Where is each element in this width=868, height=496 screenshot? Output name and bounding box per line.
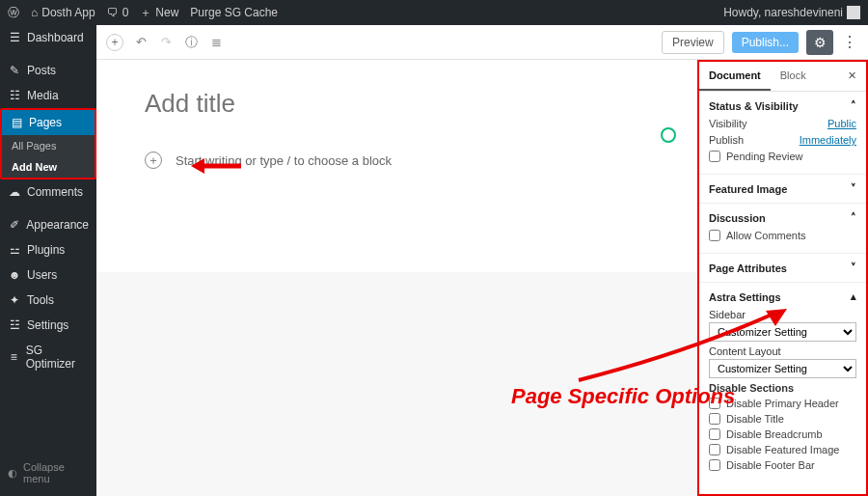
sidebar-item-comments[interactable]: ☁ Comments	[0, 179, 96, 205]
sidebar-item-label: Tools	[27, 293, 54, 307]
visibility-value[interactable]: Public	[827, 118, 856, 129]
comments-bubble[interactable]: 🗨 0	[107, 6, 129, 19]
sidebar-item-tools[interactable]: ✦ Tools	[0, 288, 96, 313]
new-label: New	[155, 6, 178, 19]
panel-status[interactable]: Status & Visibility ˄	[709, 99, 856, 112]
publish-button[interactable]: Publish...	[732, 32, 799, 53]
brush-icon: ✐	[8, 218, 20, 232]
tab-document[interactable]: Document	[699, 62, 771, 91]
howdy-user[interactable]: Howdy, nareshdevineni	[723, 6, 860, 19]
page-title-input[interactable]	[145, 89, 649, 119]
collapse-icon: ◐	[8, 467, 17, 480]
submenu-all-pages[interactable]: All Pages	[2, 135, 95, 156]
astra-sidebar-label: Sidebar	[709, 309, 856, 320]
submenu-add-new[interactable]: Add New	[2, 156, 95, 178]
collapse-menu[interactable]: ◐ Collapse menu	[0, 455, 96, 490]
comment-icon: 🗨	[107, 6, 119, 19]
visibility-label: Visibility	[709, 118, 747, 129]
tab-block[interactable]: Block	[771, 62, 816, 91]
disable-footer-bar[interactable]: Disable Footer Bar	[709, 459, 856, 471]
sidebar-item-label: Plugins	[27, 243, 65, 257]
plus-icon: ＋	[140, 5, 151, 21]
annotation-text: Page Specific Options	[511, 384, 735, 409]
sidebar-item-label: Users	[27, 268, 57, 282]
undo-button[interactable]: ↶	[133, 35, 149, 50]
sidebar-item-label: Media	[27, 89, 59, 102]
panel-title: Featured Image	[709, 183, 787, 195]
sidebar-item-users[interactable]: ☻ Users	[0, 262, 96, 288]
caret-up-icon: ▴	[851, 290, 856, 303]
sidebar-item-media[interactable]: ☷ Media	[0, 83, 96, 108]
info-button[interactable]: ⓘ	[183, 35, 199, 50]
insert-block-button[interactable]: ＋	[145, 152, 162, 169]
site-name[interactable]: ⌂ Dosth App	[31, 6, 95, 19]
sidebar-item-sg-optimizer[interactable]: ≡ SG Optimizer	[0, 338, 96, 376]
wrench-icon: ✦	[8, 293, 21, 307]
sidebar-item-plugins[interactable]: ⚍ Plugins	[0, 237, 96, 262]
more-menu[interactable]: ⋮	[841, 33, 858, 51]
sidebar-item-appearance[interactable]: ✐ Appearance	[0, 212, 96, 237]
panel-title: Discussion	[709, 212, 766, 224]
chevron-up-icon: ˄	[851, 99, 856, 112]
panel-page-attributes[interactable]: Page Attributes ˅	[709, 262, 856, 274]
panel-title: Astra Settings	[709, 291, 781, 303]
disable-breadcrumb[interactable]: Disable Breadcrumb	[709, 428, 856, 440]
panel-featured-image[interactable]: Featured Image ˅	[709, 182, 856, 195]
settings-toggle[interactable]: ⚙	[806, 30, 833, 55]
allow-comments-checkbox[interactable]: Allow Comments	[709, 230, 856, 241]
body-placeholder[interactable]: Start writing or type / to choose a bloc…	[176, 153, 392, 168]
astra-layout-select[interactable]: Customizer Setting	[709, 359, 856, 378]
panel-title: Status & Visibility	[709, 100, 799, 112]
astra-sidebar-select[interactable]: Customizer Setting	[709, 322, 856, 342]
new-content[interactable]: ＋ New	[140, 5, 178, 21]
pending-review-checkbox[interactable]: Pending Review	[709, 151, 856, 162]
sidebar-item-posts[interactable]: ✎ Posts	[0, 58, 96, 83]
editor-canvas: ＋ Start writing or type / to choose a bl…	[96, 60, 697, 272]
admin-sidebar: ☰ Dashboard ✎ Posts ☷ Media ▤ Pages All …	[0, 25, 96, 496]
close-settings[interactable]: ✕	[838, 62, 866, 91]
user-icon: ☻	[8, 268, 21, 282]
publish-value[interactable]: Immediately	[800, 134, 856, 146]
site-name-label: Dosth App	[41, 6, 95, 19]
sidebar-item-dashboard[interactable]: ☰ Dashboard	[0, 25, 96, 50]
dashboard-icon: ☰	[8, 31, 21, 44]
disable-featured-image[interactable]: Disable Featured Image	[709, 444, 856, 455]
sidebar-item-label: Pages	[29, 116, 62, 129]
chevron-down-icon: ˅	[851, 262, 856, 274]
editor-toolbar: ＋ ↶ ↷ ⓘ ≣ Preview Publish... ⚙ ⋮	[96, 25, 868, 60]
page-icon: ▤	[10, 116, 23, 129]
sidebar-item-label: Dashboard	[27, 31, 84, 44]
panel-discussion[interactable]: Discussion ˄	[709, 211, 856, 224]
purge-cache[interactable]: Purge SG Cache	[190, 6, 278, 19]
sidebar-item-label: Posts	[27, 64, 56, 77]
redo-button[interactable]: ↷	[158, 35, 174, 50]
astra-layout-label: Content Layout	[709, 345, 856, 357]
allow-comments-label: Allow Comments	[726, 230, 806, 241]
pin-icon: ✎	[8, 64, 21, 77]
media-icon: ☷	[8, 89, 21, 102]
grammarly-icon[interactable]	[661, 127, 676, 143]
plug-icon: ⚍	[8, 243, 21, 257]
sidebar-item-label: Appearance	[26, 218, 89, 232]
chevron-down-icon: ˅	[851, 182, 856, 195]
publish-label: Publish	[709, 134, 744, 146]
panel-title: Page Attributes	[709, 262, 787, 274]
pending-review-label: Pending Review	[726, 151, 803, 162]
settings-icon: ☳	[8, 318, 21, 332]
sidebar-item-pages[interactable]: ▤ Pages	[2, 110, 95, 135]
sidebar-item-settings[interactable]: ☳ Settings	[0, 313, 96, 338]
panel-astra-settings[interactable]: Astra Settings ▴	[709, 290, 856, 303]
preview-button[interactable]: Preview	[662, 31, 724, 54]
howdy-label: Howdy, nareshdevineni	[723, 6, 843, 19]
comments-icon: ☁	[8, 185, 21, 199]
bolt-icon: ≡	[8, 350, 20, 364]
outline-button[interactable]: ≣	[208, 35, 224, 50]
chevron-up-icon: ˄	[851, 211, 856, 224]
sidebar-item-label: SG Optimizer	[26, 344, 89, 371]
sidebar-item-label: Settings	[27, 318, 68, 332]
disable-title[interactable]: Disable Title	[709, 413, 856, 425]
allow-comments-input[interactable]	[709, 230, 720, 241]
pending-review-input[interactable]	[709, 151, 720, 162]
wp-logo[interactable]: ⓦ	[8, 5, 19, 21]
add-block-button[interactable]: ＋	[106, 34, 123, 51]
